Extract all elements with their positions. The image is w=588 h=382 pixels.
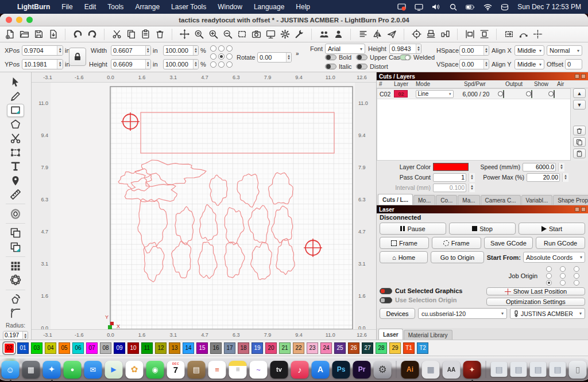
- power-spinner[interactable]: ▲▼: [562, 173, 568, 182]
- minimize-window-button[interactable]: [16, 17, 22, 23]
- camera-capture-button[interactable]: [249, 28, 263, 41]
- font-select[interactable]: Arial▾: [325, 44, 365, 54]
- laser-tab-0[interactable]: Laser: [378, 329, 403, 340]
- dock-app-store[interactable]: A: [312, 361, 330, 379]
- paste-button[interactable]: [138, 28, 152, 41]
- dock-minimized-window[interactable]: ▤: [550, 362, 566, 377]
- select-tool[interactable]: [7, 76, 24, 88]
- save-gcode-button[interactable]: Save GCode: [484, 237, 533, 249]
- dock-apple-tv[interactable]: tv: [270, 361, 288, 379]
- show-last-position-button[interactable]: Show Last Position: [486, 287, 585, 295]
- cuts-tab-6[interactable]: Shape Prop...: [553, 195, 588, 205]
- height-percent-spinner[interactable]: ▲▼: [193, 60, 198, 69]
- job-origin-radio-4[interactable]: [560, 273, 566, 279]
- layer-chip[interactable]: 02: [394, 90, 408, 98]
- zoom-in-button[interactable]: [206, 28, 220, 41]
- dock-trash[interactable]: ▯: [569, 361, 587, 379]
- rotate-tool[interactable]: [7, 293, 24, 306]
- job-origin-grid[interactable]: [542, 266, 583, 286]
- align-justify-button[interactable]: [356, 28, 370, 41]
- ypos-spinner[interactable]: ▲▼: [57, 60, 63, 69]
- width-field[interactable]: ▲▼: [111, 45, 151, 56]
- stop-button[interactable]: Stop: [449, 223, 516, 235]
- focus-target-button[interactable]: [409, 28, 423, 41]
- node-tool-button[interactable]: [516, 28, 530, 41]
- zoom-to-fit-button[interactable]: [192, 28, 206, 41]
- panel-close-icon[interactable]: [581, 74, 586, 79]
- new-file-button[interactable]: [3, 28, 17, 41]
- user-button[interactable]: [331, 28, 345, 41]
- palette-swatch-14[interactable]: 14: [183, 342, 194, 354]
- job-origin-radio-6[interactable]: [546, 280, 552, 286]
- panel-float-icon[interactable]: [575, 74, 579, 79]
- dock-minimized-window[interactable]: ▤: [530, 362, 547, 377]
- menu-lightburn[interactable]: LightBurn: [17, 3, 50, 11]
- dock-safari[interactable]: ✦: [43, 361, 61, 379]
- radius-spinner[interactable]: ▲▼: [22, 332, 28, 340]
- palette-swatch-24[interactable]: 24: [320, 342, 332, 354]
- power-max-field[interactable]: [527, 173, 560, 182]
- snip-tool[interactable]: [7, 132, 24, 145]
- height-field[interactable]: ▲▼: [111, 59, 151, 69]
- cuts-tab-5[interactable]: Variabl...: [521, 195, 553, 205]
- dock-maps[interactable]: ▶: [105, 361, 123, 379]
- start-button[interactable]: Start: [519, 223, 585, 235]
- palette-swatch-17[interactable]: 17: [224, 342, 235, 354]
- job-origin-radio-0[interactable]: [546, 266, 552, 272]
- cuts-tab-2[interactable]: Co...: [436, 195, 457, 205]
- palette-swatch-02[interactable]: 02: [3, 342, 15, 354]
- wifi-icon[interactable]: [483, 3, 492, 11]
- job-origin-radio-3[interactable]: [546, 273, 552, 279]
- position-laser-button[interactable]: [531, 28, 544, 41]
- cut-selected-toggle[interactable]: Cut Selected Graphics: [380, 287, 483, 294]
- preview-window-button[interactable]: [264, 28, 277, 41]
- copy-button[interactable]: [124, 28, 138, 41]
- rectangle-tool[interactable]: [7, 104, 24, 117]
- palette-swatch-10[interactable]: 10: [127, 342, 139, 354]
- dock-minimized-window[interactable]: ▤: [510, 362, 527, 377]
- palette-swatch-19[interactable]: 19: [252, 342, 263, 354]
- distribute-vertical-button[interactable]: [477, 28, 491, 41]
- italic-toggle[interactable]: Italic: [325, 63, 352, 70]
- height-spinner[interactable]: ▲▼: [145, 60, 150, 69]
- dock-reminders[interactable]: ≡: [208, 361, 226, 379]
- panel-float-icon[interactable]: [575, 207, 579, 212]
- dock-lightburn[interactable]: ✦: [463, 361, 481, 379]
- device-select[interactable]: JUSTINS ACMBER▾: [510, 308, 585, 319]
- palette-swatch-26[interactable]: 26: [348, 342, 359, 354]
- pass-spinner[interactable]: ▲▼: [469, 173, 475, 182]
- palette-swatch-11[interactable]: 11: [141, 342, 153, 354]
- boolean-union-tool[interactable]: [7, 227, 24, 239]
- palette-swatch-09[interactable]: 09: [114, 342, 125, 354]
- cuts-tab-0[interactable]: Cuts / L...: [378, 194, 413, 205]
- layer-air-toggle[interactable]: [554, 90, 555, 98]
- dock-calendar[interactable]: DEC7: [167, 361, 185, 379]
- fillet-tool[interactable]: [7, 307, 24, 319]
- boolean-subtract-tool[interactable]: [7, 240, 24, 253]
- offset-field[interactable]: [565, 59, 582, 69]
- settings-button[interactable]: [278, 28, 292, 41]
- title-bar[interactable]: tactics readytocut with offset * - JUSTI…: [0, 14, 588, 26]
- home-button[interactable]: ⌂Home: [380, 251, 428, 263]
- job-origin-radio-8[interactable]: [574, 280, 579, 286]
- palette-swatch-04[interactable]: 04: [45, 342, 56, 354]
- port-select[interactable]: cu.usbserial-120▾: [418, 308, 507, 319]
- print-utility-button[interactable]: [424, 28, 438, 41]
- bold-toggle[interactable]: Bold: [325, 54, 351, 61]
- team-button[interactable]: [317, 28, 331, 41]
- palette-swatch-03[interactable]: 03: [31, 342, 42, 354]
- palette-swatch-16[interactable]: 16: [210, 342, 222, 354]
- dock-illustrator[interactable]: Ai: [401, 361, 419, 379]
- palette-swatch-23[interactable]: 23: [307, 342, 318, 354]
- pause-button[interactable]: Pause: [380, 223, 446, 235]
- menu-tools[interactable]: Tools: [107, 3, 123, 11]
- menu-language[interactable]: Language: [254, 3, 284, 11]
- menu-window[interactable]: Window: [218, 3, 242, 11]
- job-origin-radio-1[interactable]: [560, 266, 566, 272]
- node-edit-tool[interactable]: [7, 146, 24, 159]
- close-window-button[interactable]: [6, 17, 12, 23]
- open-file-button[interactable]: [17, 28, 31, 41]
- palette-swatch-28[interactable]: 28: [376, 342, 387, 354]
- menu-file[interactable]: File: [61, 3, 72, 11]
- palette-swatch-08[interactable]: 08: [100, 342, 111, 354]
